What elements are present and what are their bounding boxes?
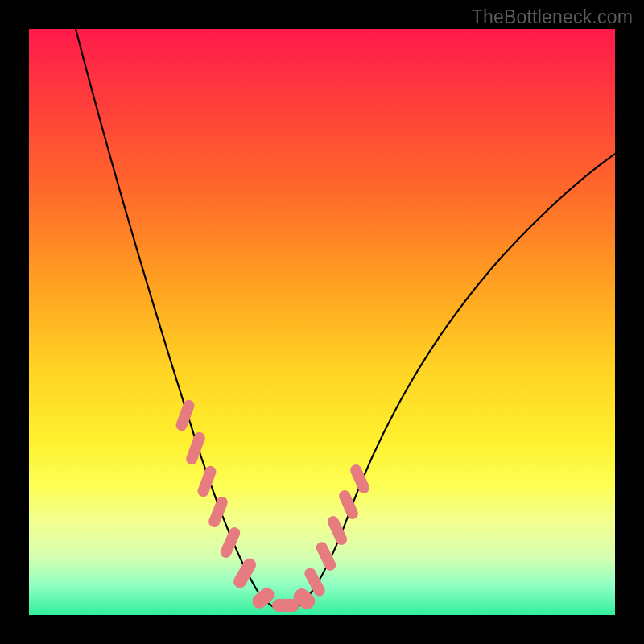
plot-area (29, 29, 615, 615)
bottleneck-curve (29, 29, 615, 615)
chart-frame: TheBottleneck.com (0, 0, 644, 644)
svg-rect-10 (314, 540, 337, 572)
svg-rect-11 (326, 514, 349, 547)
watermark-text: TheBottleneck.com (472, 6, 633, 28)
marker-group (175, 398, 372, 613)
svg-rect-0 (175, 398, 196, 432)
curve-path (76, 29, 615, 610)
